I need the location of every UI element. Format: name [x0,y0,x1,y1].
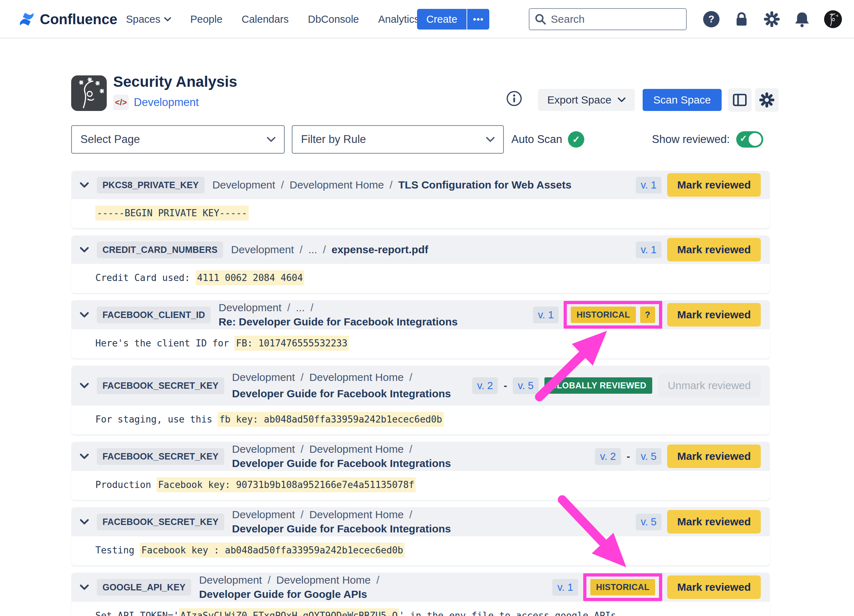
search-box[interactable] [529,8,687,30]
breadcrumb-separator: / [300,243,302,256]
breadcrumb-separator: / [390,179,392,191]
expand-chevron-icon[interactable] [80,383,89,388]
info-icon[interactable] [506,90,522,107]
mark-reviewed-button[interactable]: Mark reviewed [667,575,761,599]
mark-reviewed-button[interactable]: Mark reviewed [667,173,761,197]
sidebar-layout-button[interactable] [728,88,752,112]
mark-reviewed-button[interactable]: Mark reviewed [667,510,761,534]
settings-button[interactable] [755,88,779,112]
expand-chevron-icon[interactable] [80,182,89,188]
breadcrumb-item[interactable]: Development Home [309,509,404,521]
nav-item-dbconsole[interactable]: DbConsole [308,14,359,25]
lock-icon[interactable] [734,11,749,27]
expand-chevron-icon[interactable] [80,247,89,252]
space-link[interactable]: Development [134,96,199,109]
version-range-dash: - [503,380,507,392]
space-avatar[interactable] [71,75,107,111]
breadcrumb-item[interactable]: Development [212,179,275,191]
nav-item-calendars[interactable]: Calendars [242,14,288,25]
breadcrumb-separator: / [409,443,412,455]
version-badge[interactable]: v. 5 [513,377,539,394]
nav-item-analytics[interactable]: Analytics [378,14,419,25]
mark-reviewed-button[interactable]: Mark reviewed [667,238,761,262]
search-input[interactable] [551,13,681,25]
question-badge[interactable]: ? [640,307,656,323]
notifications-bell-icon[interactable] [794,11,810,27]
export-space-button[interactable]: Export Space [538,89,635,111]
space-breadcrumb: </> Development [113,94,199,110]
breadcrumb-item[interactable]: ... [308,243,317,256]
mark-reviewed-button[interactable]: Mark reviewed [667,303,761,327]
finding-card: CREDIT_CARD_NUMBERSDevelopment/.../expen… [71,236,770,293]
select-page-dropdown[interactable]: Select Page [71,125,285,154]
breadcrumb-item[interactable]: Development Home [290,179,384,191]
breadcrumb-separator: / [323,243,326,256]
confluence-logo-icon [18,11,35,27]
breadcrumb-item[interactable]: Development Home [276,574,371,586]
expand-chevron-icon[interactable] [80,453,89,459]
breadcrumb-item[interactable]: Development [232,509,295,521]
breadcrumb-item[interactable]: Developer Guide for Facebook Integration… [232,457,451,470]
create-button[interactable]: Create [417,9,467,29]
expand-chevron-icon[interactable] [80,584,89,590]
breadcrumb-item[interactable]: Development [232,371,295,383]
snippet-highlight: fb key: ab048ad50ffa33959a242b1ecec6ed0b [218,412,443,427]
breadcrumb-item[interactable]: Developer Guide for Facebook Integration… [232,523,451,535]
rule-badge: GOOGLE_API_KEY [97,579,191,596]
show-reviewed-toggle[interactable]: ✓ [736,131,763,148]
help-icon[interactable]: ? [703,11,720,27]
version-badge[interactable]: v. 1 [533,307,559,323]
breadcrumb: Development/Development Home/Developer G… [199,574,544,600]
version-badge[interactable]: v. 5 [636,448,662,465]
version-badge[interactable]: v. 2 [472,377,498,394]
snippet-plain: For staging, use this [95,414,218,425]
breadcrumb-item[interactable]: Development Home [309,443,404,455]
scan-space-button[interactable]: Scan Space [643,89,721,111]
user-avatar[interactable] [824,10,842,28]
breadcrumb-item[interactable]: ... [296,301,305,314]
filter-by-rule-dropdown[interactable]: Filter by Rule [292,125,504,154]
breadcrumb: Development/Development Home/TLS Configu… [212,179,628,191]
show-reviewed-control: Show reviewed: ✓ [652,125,763,154]
breadcrumb-separator: / [409,509,412,521]
breadcrumb-item[interactable]: expense-report.pdf [332,243,429,256]
breadcrumb-item[interactable]: Development [199,574,262,586]
finding-snippet: For staging, use this fb key: ab048ad50f… [71,405,770,435]
nav-item-spaces[interactable]: Spaces [126,14,171,25]
gear-icon [759,92,775,108]
version-badge[interactable]: v. 2 [595,448,621,465]
version-badge[interactable]: v. 1 [636,177,662,193]
version-badge[interactable]: v. 1 [552,579,578,596]
expand-chevron-icon[interactable] [80,312,89,318]
gear-icon[interactable] [764,11,780,27]
breadcrumb-item[interactable]: Development [232,443,295,455]
confluence-logo[interactable]: Confluence [18,0,117,38]
expand-chevron-icon[interactable] [80,519,89,525]
rule-badge: PKCS8_PRIVATE_KEY [97,177,204,193]
breadcrumb-item[interactable]: Developer Guide for Google APIs [199,588,367,600]
breadcrumb-item[interactable]: TLS Configuration for Web Assets [398,179,572,191]
code-space-icon: </> [113,94,129,110]
version-badge[interactable]: v. 5 [636,514,662,530]
breadcrumb-item[interactable]: Development [218,301,281,314]
finding-card: FACEBOOK_CLIENT_IDDevelopment/.../Re: De… [71,300,770,359]
finding-card: PKCS8_PRIVATE_KEYDevelopment/Development… [71,171,770,228]
finding-snippet: Production Facebook key: 90731b9b108a952… [71,471,770,500]
breadcrumb-item[interactable]: Development Home [309,371,404,383]
chevron-down-icon [164,17,171,22]
snippet-highlight: AIzaSyCLWjZ0_ETxgPOxH-gQYT9ODeWcBBZU5-Q [179,608,399,616]
create-more-button[interactable]: ••• [467,9,489,29]
snippet-text: For staging, use this fb key: ab048ad50f… [95,414,444,425]
breadcrumb-item[interactable]: Development [231,243,294,256]
breadcrumb-separator: / [310,301,313,314]
findings-list: PKCS8_PRIVATE_KEYDevelopment/Development… [71,171,770,616]
rule-badge: FACEBOOK_SECRET_KEY [97,514,224,530]
breadcrumb: Development/.../Re: Developer Guide for … [218,301,525,328]
mark-reviewed-button[interactable]: Mark reviewed [667,444,761,468]
unmark-reviewed-button[interactable]: Unmark reviewed [658,374,761,397]
snippet-text: Production Facebook key: 90731b9b108a952… [95,479,416,490]
breadcrumb-item[interactable]: Developer Guide for Facebook Integration… [232,388,451,400]
breadcrumb-item[interactable]: Re: Developer Guide for Facebook Integra… [218,316,458,328]
version-badge[interactable]: v. 1 [636,242,662,258]
nav-item-people[interactable]: People [191,14,223,25]
